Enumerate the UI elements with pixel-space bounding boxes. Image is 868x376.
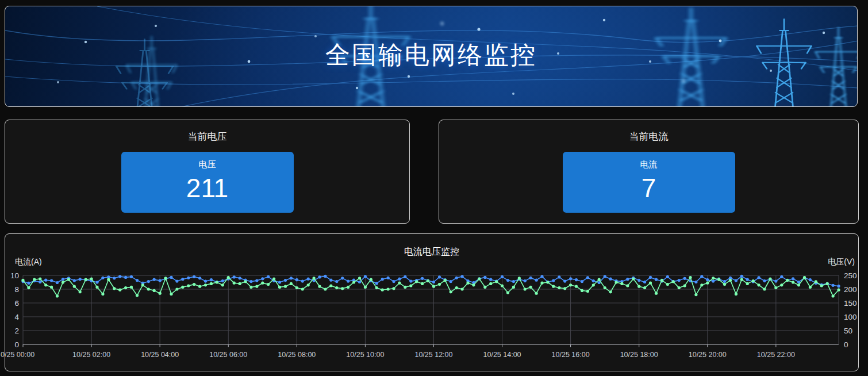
svg-text:10/25 20:00: 10/25 20:00 xyxy=(689,351,727,359)
chart-axes: 00250410061508200102500/25 00:0010/25 02… xyxy=(1,257,857,359)
svg-text:100: 100 xyxy=(844,313,857,321)
svg-text:50: 50 xyxy=(844,327,852,335)
svg-text:10/25 04:00: 10/25 04:00 xyxy=(141,351,179,359)
voltage-card: 当前电压 电压 211 xyxy=(5,120,410,224)
voltage-gauge-value: 211 xyxy=(121,170,294,206)
line-chart-card: 电流电压监控 00250410061508200102500/25 00:001… xyxy=(5,233,859,371)
svg-text:10/25 02:00: 10/25 02:00 xyxy=(72,351,110,359)
svg-text:10/25 12:00: 10/25 12:00 xyxy=(414,351,452,359)
svg-text:电流(A): 电流(A) xyxy=(15,257,42,266)
svg-text:10/25 16:00: 10/25 16:00 xyxy=(552,351,590,359)
svg-text:10/25 18:00: 10/25 18:00 xyxy=(620,351,658,359)
svg-text:10/25 08:00: 10/25 08:00 xyxy=(278,351,316,359)
voltage-card-title: 当前电压 xyxy=(5,130,409,143)
svg-text:200: 200 xyxy=(844,285,857,294)
svg-text:电压(V): 电压(V) xyxy=(828,257,855,266)
svg-text:4: 4 xyxy=(14,313,19,321)
svg-text:10/25 10:00: 10/25 10:00 xyxy=(346,351,384,359)
svg-text:250: 250 xyxy=(844,271,857,280)
svg-text:150: 150 xyxy=(844,299,857,308)
current-gauge-value: 7 xyxy=(563,170,735,206)
svg-text:10/25 14:00: 10/25 14:00 xyxy=(483,351,521,359)
svg-text:8: 8 xyxy=(14,285,19,294)
svg-text:10/25 22:00: 10/25 22:00 xyxy=(757,351,795,359)
current-gauge-label: 电流 xyxy=(563,152,735,170)
current-card-title: 当前电流 xyxy=(439,130,858,143)
svg-text:0: 0 xyxy=(844,340,848,349)
svg-text:10/25 06:00: 10/25 06:00 xyxy=(209,351,247,359)
svg-text:0/25 00:00: 0/25 00:00 xyxy=(1,351,34,359)
svg-text:10: 10 xyxy=(10,271,19,280)
svg-text:0: 0 xyxy=(14,340,19,349)
chart-series xyxy=(21,275,840,298)
current-gauge: 电流 7 xyxy=(563,152,735,213)
page-title: 全国输电网络监控 xyxy=(5,39,857,72)
chart-grid xyxy=(23,275,839,347)
svg-text:6: 6 xyxy=(14,299,19,308)
stat-cards-row: 当前电压 电压 211 当前电流 电流 7 xyxy=(5,120,859,224)
current-voltage-line-chart[interactable]: 00250410061508200102500/25 00:0010/25 02… xyxy=(5,234,858,371)
voltage-gauge: 电压 211 xyxy=(121,152,294,213)
header-banner: 全国输电网络监控 xyxy=(5,6,858,107)
current-card: 当前电流 电流 7 xyxy=(439,120,859,224)
svg-text:2: 2 xyxy=(14,327,19,335)
series-电流 xyxy=(21,276,840,298)
voltage-gauge-label: 电压 xyxy=(121,152,294,170)
